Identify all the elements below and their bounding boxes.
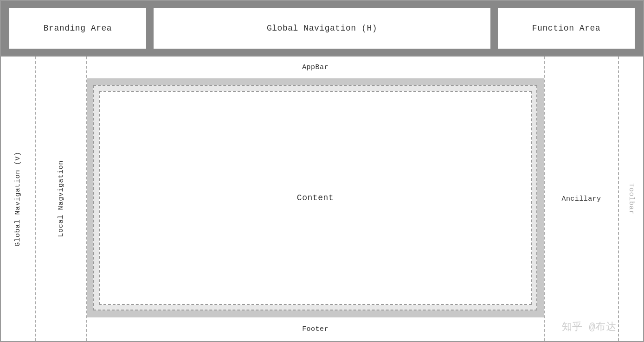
page-wrapper: Branding Area Global Navigation (H) Func… (0, 0, 644, 342)
center-column: AppBar Content Footer (87, 57, 545, 341)
appbar-row: AppBar (87, 57, 544, 79)
appbar-label: AppBar (302, 63, 328, 71)
ancillary-panel: Ancillary (545, 57, 619, 341)
workspace-inner: Content (93, 85, 537, 310)
function-label: Function Area (532, 24, 600, 33)
toolbar-panel: Toolbar (619, 57, 643, 341)
global-nav-h-label: Global Navigation (H) (267, 24, 377, 33)
toolbar-label: Toolbar (627, 183, 635, 215)
local-nav-label: Local Nagvigation (57, 160, 65, 237)
global-nav-v-panel: Global Navigation (V) (1, 57, 36, 341)
header-bar: Branding Area Global Navigation (H) Func… (1, 1, 643, 56)
content-label: Content (297, 193, 334, 203)
global-nav-h-area: Global Navigation (H) (154, 8, 490, 49)
branding-area: Branding Area (9, 8, 146, 49)
watermark: 知乎 @布达 (562, 320, 616, 334)
footer-row: Footer (87, 317, 544, 341)
branding-label: Branding Area (44, 24, 112, 33)
global-nav-v-label: Global Navigation (V) (14, 152, 22, 247)
main-area: Global Navigation (V) Local Nagvigation … (1, 56, 643, 341)
function-area: Function Area (498, 8, 635, 49)
footer-label: Footer (302, 325, 328, 333)
workspace-area: Content (87, 79, 544, 317)
local-nav-panel: Local Nagvigation (36, 57, 87, 341)
content-box: Content (99, 91, 532, 305)
ancillary-label: Ancillary (561, 195, 601, 203)
